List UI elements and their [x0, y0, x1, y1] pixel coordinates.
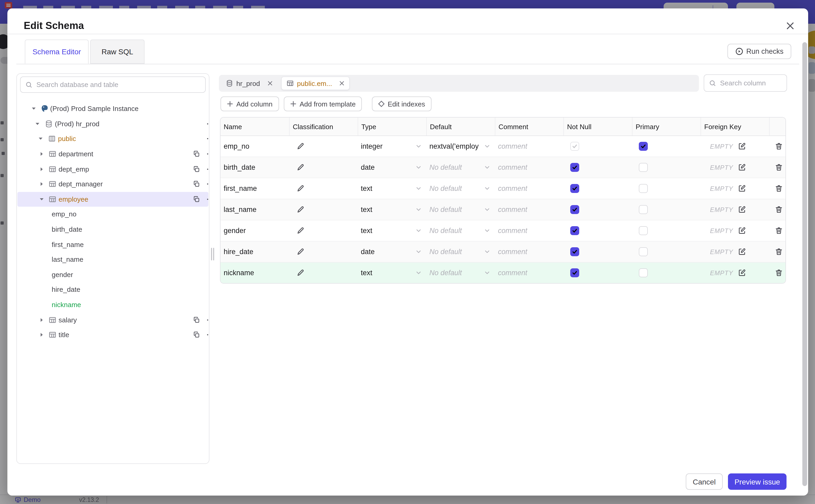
more-options-icon[interactable]	[206, 316, 209, 323]
edit-foreign-key-icon[interactable]	[738, 163, 746, 171]
column-name[interactable]: gender	[224, 227, 246, 235]
column-default[interactable]: No default	[430, 185, 482, 192]
tree-item-first_name[interactable]: first_name	[17, 237, 208, 252]
caret-down-icon[interactable]	[39, 197, 44, 202]
checkbox[interactable]	[639, 205, 648, 214]
checkbox-checked[interactable]	[570, 268, 579, 277]
tree-item-last_name[interactable]: last_name	[17, 252, 208, 267]
column-type[interactable]: text	[361, 269, 413, 277]
copy-icon[interactable]	[193, 332, 200, 338]
add-from-template-button[interactable]: Add from template	[284, 96, 362, 111]
edit-foreign-key-icon[interactable]	[738, 248, 746, 256]
edit-classification-icon[interactable]	[296, 248, 304, 256]
caret-down-icon[interactable]	[38, 136, 43, 142]
chevron-down-icon[interactable]	[415, 227, 422, 234]
column-comment-input[interactable]: comment	[498, 206, 563, 214]
checkbox[interactable]	[639, 247, 648, 256]
tab-schema-editor[interactable]: Schema Editor	[25, 40, 89, 64]
tree-item-hire_date[interactable]: hire_date	[17, 282, 208, 297]
more-options-icon[interactable]	[206, 135, 209, 143]
caret-right-icon[interactable]	[39, 166, 44, 172]
tree-item--prod-prod-sample-instance[interactable]: (Prod) Prod Sample Instance	[17, 101, 208, 116]
delete-column-icon[interactable]	[775, 163, 783, 171]
checkbox[interactable]	[639, 226, 648, 235]
edit-foreign-key-icon[interactable]	[738, 227, 746, 235]
column-name[interactable]: hire_date	[224, 248, 253, 256]
column-type[interactable]: text	[361, 227, 413, 235]
column-default[interactable]: No default	[430, 206, 482, 214]
caret-down-icon[interactable]	[35, 121, 40, 127]
column-type[interactable]: text	[361, 206, 413, 214]
checkbox-checked-disabled[interactable]	[570, 142, 579, 151]
chevron-down-icon[interactable]	[484, 269, 491, 276]
tree-item-dept_manager[interactable]: dept_manager	[17, 177, 208, 192]
copy-icon[interactable]	[193, 316, 200, 323]
column-default[interactable]: No default	[430, 269, 482, 277]
column-name[interactable]: first_name	[224, 185, 257, 192]
edit-indexes-button[interactable]: Edit indexes	[372, 96, 432, 111]
column-type[interactable]: date	[361, 248, 413, 256]
checkbox[interactable]	[639, 184, 648, 193]
checkbox-checked[interactable]	[570, 184, 579, 193]
column-comment-input[interactable]: comment	[498, 142, 563, 150]
modal-scrollbar[interactable]	[802, 42, 807, 486]
column-comment-input[interactable]: comment	[498, 269, 563, 277]
more-options-icon[interactable]	[206, 120, 209, 128]
close-tab-icon[interactable]	[267, 81, 273, 86]
tab-raw-sql[interactable]: Raw SQL	[90, 40, 144, 64]
more-options-icon[interactable]	[206, 331, 209, 339]
column-type[interactable]: text	[361, 185, 413, 192]
column-search-input[interactable]: Search column	[704, 74, 787, 92]
tree-item-department[interactable]: department	[17, 147, 208, 162]
chevron-down-icon[interactable]	[415, 164, 422, 171]
tree-item-dept_emp[interactable]: dept_emp	[17, 162, 208, 177]
column-comment-input[interactable]: comment	[498, 185, 563, 192]
tree-item--prod-hr_prod[interactable]: (Prod) hr_prod	[17, 116, 208, 131]
copy-icon[interactable]	[193, 196, 200, 203]
chevron-down-icon[interactable]	[415, 248, 422, 255]
edit-classification-icon[interactable]	[296, 142, 304, 150]
delete-column-icon[interactable]	[775, 248, 783, 256]
chevron-down-icon[interactable]	[484, 227, 491, 234]
edit-classification-icon[interactable]	[296, 206, 304, 214]
checkbox-checked[interactable]	[570, 247, 579, 256]
chevron-down-icon[interactable]	[484, 143, 491, 150]
add-column-button[interactable]: Add column	[220, 96, 279, 111]
edit-foreign-key-icon[interactable]	[738, 142, 746, 150]
chevron-down-icon[interactable]	[484, 206, 491, 213]
more-options-icon[interactable]	[206, 196, 209, 203]
chevron-down-icon[interactable]	[415, 269, 422, 276]
delete-column-icon[interactable]	[775, 269, 783, 277]
copy-icon[interactable]	[193, 151, 200, 157]
preview-issue-button[interactable]: Preview issue	[728, 473, 787, 490]
panel-resize-handle[interactable]	[210, 248, 215, 260]
column-name[interactable]: birth_date	[224, 163, 255, 171]
editor-tab-hr-prod[interactable]: hr_prod	[221, 76, 277, 90]
column-type[interactable]: date	[361, 163, 413, 171]
delete-column-icon[interactable]	[775, 206, 783, 214]
database-search-input[interactable]: Search database and table	[20, 76, 206, 93]
checkbox-checked[interactable]	[639, 142, 648, 151]
close-icon[interactable]	[784, 20, 796, 32]
more-options-icon[interactable]	[206, 165, 209, 173]
more-options-icon[interactable]	[206, 150, 209, 158]
column-comment-input[interactable]: comment	[498, 248, 563, 256]
tree-item-employee[interactable]: employee	[17, 192, 208, 207]
tree-item-salary[interactable]: salary	[17, 312, 208, 327]
more-options-icon[interactable]	[206, 181, 209, 188]
tree-item-public[interactable]: public	[17, 131, 208, 146]
column-default[interactable]: No default	[430, 248, 482, 256]
checkbox[interactable]	[639, 163, 648, 172]
chevron-down-icon[interactable]	[484, 164, 491, 171]
checkbox-checked[interactable]	[570, 226, 579, 235]
tree-item-nickname[interactable]: nickname	[17, 297, 208, 312]
copy-icon[interactable]	[193, 166, 200, 172]
edit-classification-icon[interactable]	[296, 185, 304, 192]
tree-item-title[interactable]: title	[17, 327, 208, 342]
column-comment-input[interactable]: comment	[498, 163, 563, 171]
column-type[interactable]: integer	[361, 142, 413, 150]
edit-classification-icon[interactable]	[296, 227, 304, 235]
editor-tab-public-employee[interactable]: public.em...	[281, 76, 350, 90]
edit-classification-icon[interactable]	[296, 269, 304, 277]
column-default[interactable]: No default	[430, 227, 482, 235]
